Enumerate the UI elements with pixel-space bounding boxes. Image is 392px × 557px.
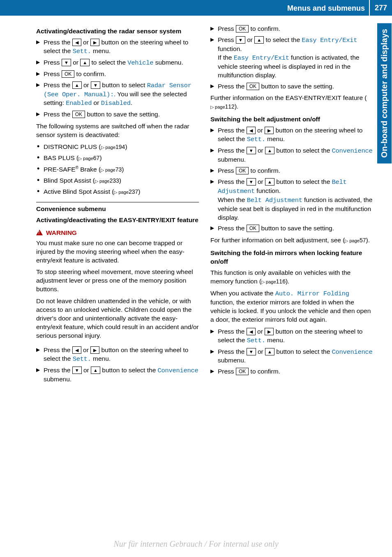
step: Press the ▼ or ▲ button to select the Be… xyxy=(210,178,373,222)
right-arrow-button: ▶ xyxy=(265,127,274,134)
warning-text: To stop steering wheel movement, move st… xyxy=(36,268,199,294)
watermark: Nur für internen Gebrauch / For internal… xyxy=(0,538,392,550)
heading-radar: Activating/deactivating the radar sensor… xyxy=(36,27,199,36)
easy-entry-steps-a: Press the ◀ or ▶ button on the steering … xyxy=(36,346,199,384)
header-bar: Menus and submenus 277 xyxy=(0,0,392,16)
warning-icon xyxy=(36,230,43,235)
down-arrow-button: ▼ xyxy=(247,348,256,355)
easy-entry-ref: Further information on the EASY-ENTRY/EX… xyxy=(210,94,373,111)
heading-easy-entry: Activating/deactivating the EASY-ENTRY/E… xyxy=(36,216,199,225)
header-title: Menus and submenus xyxy=(287,0,369,16)
belt-ref: For further information on belt adjustme… xyxy=(210,236,373,245)
step: Press OK to confirm. xyxy=(36,70,199,79)
down-arrow-button: ▼ xyxy=(62,59,71,66)
step: Press the ▲ or ▼ button to select Radar … xyxy=(36,81,199,108)
step: Press the ◀ or ▶ button on the steering … xyxy=(210,327,373,345)
heading-belt: Switching the belt adjustment on/off xyxy=(210,115,373,124)
right-arrow-button: ▶ xyxy=(90,39,99,46)
up-arrow-button: ▲ xyxy=(91,367,100,374)
page-number: 277 xyxy=(369,0,392,16)
step: Press OK to confirm. xyxy=(210,25,373,33)
step: Press the ▼ or ▲ button to select the Co… xyxy=(210,348,373,365)
left-column: Activating/deactivating the radar sensor… xyxy=(36,25,199,387)
down-arrow-button: ▼ xyxy=(247,147,256,154)
down-arrow-button: ▼ xyxy=(247,178,256,186)
side-tab-label: On-board computer and displays xyxy=(377,23,392,163)
ok-button: OK xyxy=(72,111,85,118)
step: Press OK to confirm. xyxy=(210,367,373,376)
step: Press ▼ or ▲ to select the Easy Entry/Ex… xyxy=(210,36,373,80)
list-item: Blind Spot Assist (▷ page 233) xyxy=(36,176,199,185)
down-arrow-button: ▼ xyxy=(236,36,245,44)
step: Press ▼ or ▲ to select the Vehicle subme… xyxy=(36,58,199,67)
side-tab: On-board computer and displays xyxy=(377,23,392,237)
right-arrow-button: ▶ xyxy=(90,346,99,354)
step: Press the ▼ or ▲ button to select the Co… xyxy=(36,366,199,384)
ok-button: OK xyxy=(247,225,259,232)
left-arrow-button: ◀ xyxy=(72,346,81,354)
mirror-steps: Press the ◀ or ▶ button on the steering … xyxy=(210,327,373,376)
warning-text: Do not leave children unattended in the … xyxy=(36,297,199,340)
radar-steps: Press the ◀ or ▶ button on the steering … xyxy=(36,38,199,119)
step: Press the OK button to save the setting. xyxy=(36,110,199,119)
ok-button: OK xyxy=(236,368,249,375)
mirror-description: When you activate the Auto. Mirror Foldi… xyxy=(210,289,373,324)
left-arrow-button: ◀ xyxy=(72,39,81,46)
up-arrow-button: ▲ xyxy=(72,81,82,89)
ok-button: OK xyxy=(247,83,259,90)
heading-mirror: Switching the fold-in mirrors when locki… xyxy=(210,249,373,266)
list-item: DISTRONIC PLUS (▷ page 194) xyxy=(36,143,199,151)
list-item: PRE-SAFE® Brake (▷ page 73) xyxy=(36,165,199,174)
ok-button: OK xyxy=(236,25,249,32)
belt-steps: Press the ◀ or ▶ button on the steering … xyxy=(210,126,373,233)
step: Press the ◀ or ▶ button on the steering … xyxy=(36,38,199,56)
step: Press the OK button to save the setting. xyxy=(210,224,373,233)
left-arrow-button: ◀ xyxy=(247,328,256,335)
warning-text: You must make sure no one can become tra… xyxy=(36,239,199,265)
ok-button: OK xyxy=(236,167,249,174)
mirror-availability: This function is only available on vehic… xyxy=(210,269,373,286)
up-arrow-button: ▲ xyxy=(265,178,274,186)
step: Press the OK button to save the setting. xyxy=(210,82,373,91)
radar-off-list: DISTRONIC PLUS (▷ page 194) BAS PLUS (▷ … xyxy=(36,143,199,196)
right-arrow-button: ▶ xyxy=(265,328,274,335)
radar-off-intro: The following systems are switched off w… xyxy=(36,122,199,139)
list-item: BAS PLUS (▷ page 67) xyxy=(36,154,199,162)
right-column: Press OK to confirm. Press ▼ or ▲ to sel… xyxy=(210,25,373,387)
step: Press the ▼ or ▲ button to select the Co… xyxy=(210,146,373,164)
ok-button: OK xyxy=(62,70,74,78)
left-arrow-button: ◀ xyxy=(247,127,256,134)
easy-entry-steps-b: Press OK to confirm. Press ▼ or ▲ to sel… xyxy=(210,25,373,91)
up-arrow-button: ▲ xyxy=(80,59,90,66)
up-arrow-button: ▲ xyxy=(254,36,264,44)
step: Press the ◀ or ▶ button on the steering … xyxy=(210,126,373,144)
down-arrow-button: ▼ xyxy=(91,81,100,89)
step: Press the ◀ or ▶ button on the steering … xyxy=(36,346,199,364)
warning-label: WARNING xyxy=(36,229,199,237)
heading-convenience: Convenience submenu xyxy=(36,202,199,214)
down-arrow-button: ▼ xyxy=(72,367,82,374)
list-item: Active Blind Spot Assist (▷ page 237) xyxy=(36,188,199,196)
up-arrow-button: ▲ xyxy=(265,348,274,355)
step: Press OK to confirm. xyxy=(210,167,373,175)
up-arrow-button: ▲ xyxy=(265,147,274,154)
